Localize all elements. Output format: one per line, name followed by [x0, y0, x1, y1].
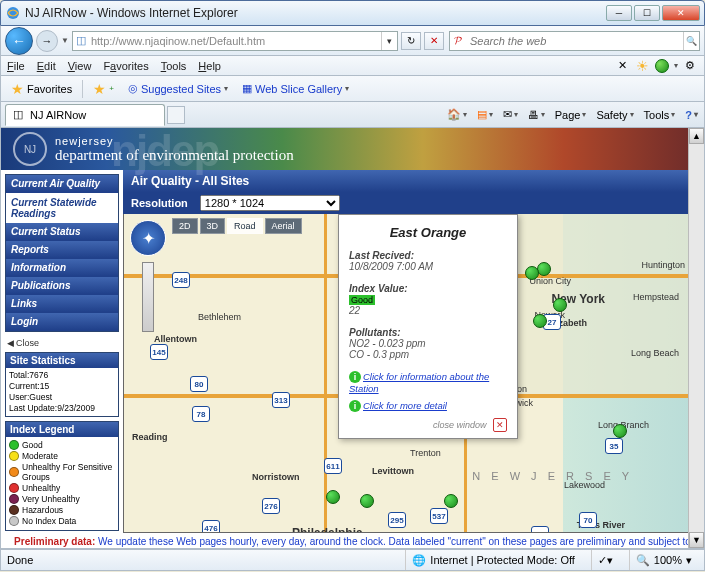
legend-label: Moderate: [22, 451, 58, 461]
home-button[interactable]: 🏠▾: [445, 107, 469, 122]
back-button[interactable]: ←: [5, 27, 33, 55]
tools-menu[interactable]: Tools▾: [642, 108, 678, 122]
shield-80: 80: [190, 376, 208, 392]
search-bar[interactable]: 𝓟 🔍: [449, 31, 700, 51]
nj-seal-icon: NJ: [13, 132, 47, 166]
legend-dot-icon: [9, 483, 19, 493]
map-pan-control[interactable]: [130, 220, 166, 256]
tab-active[interactable]: ◫ NJ AIRNow: [5, 104, 165, 126]
menu-file[interactable]: File: [7, 60, 25, 72]
page-menu[interactable]: Page▾: [553, 108, 589, 122]
history-dropdown[interactable]: ▼: [61, 36, 69, 45]
forward-button[interactable]: →: [36, 30, 58, 52]
stop-button[interactable]: ✕: [424, 32, 444, 50]
sidebar-close-link[interactable]: ◀ Close: [5, 336, 119, 352]
window-titlebar: NJ AIRNow - Windows Internet Explorer ─ …: [0, 0, 705, 26]
web-slice-link[interactable]: ▦ Web Slice Gallery ▾: [238, 80, 353, 97]
station-dot[interactable]: [444, 494, 458, 508]
popup-link-station-info[interactable]: Click for information about the Station: [349, 371, 489, 394]
vertical-scrollbar[interactable]: ▲ ▼: [688, 128, 704, 548]
label-nj: N E W J E R S E Y: [472, 470, 633, 482]
sidebar-item-current-air-quality[interactable]: Current Air Quality: [6, 175, 118, 193]
toolbar-icon-share[interactable]: ☀: [634, 58, 650, 74]
address-dropdown[interactable]: ▾: [381, 32, 397, 50]
sidebar-item-information[interactable]: Information: [6, 259, 118, 277]
tab-title: NJ AIRNow: [30, 109, 86, 121]
shield-248: 248: [172, 272, 190, 288]
legend-dot-icon: [9, 467, 19, 477]
page-icon: ◫: [73, 33, 89, 49]
toolbar-icon-green[interactable]: [654, 58, 670, 74]
sidebar-item-publications[interactable]: Publications: [6, 277, 118, 295]
sidebar-item-statewide-readings[interactable]: Current Statewide Readings: [6, 193, 118, 223]
search-input[interactable]: [466, 35, 683, 47]
sidebar-item-login[interactable]: Login: [6, 313, 118, 331]
station-dot[interactable]: [533, 314, 547, 328]
popup-index-label: Index Value:: [349, 283, 507, 294]
banner-watermark: njdep: [111, 128, 218, 176]
status-zone[interactable]: 🌐 Internet | Protected Mode: Off: [405, 550, 581, 570]
status-protected-toggle[interactable]: ✓▾: [591, 550, 619, 570]
mail-button[interactable]: ✉▾: [501, 107, 520, 122]
sidebar-item-current-status[interactable]: Current Status: [6, 223, 118, 241]
map-zoom-slider[interactable]: [142, 262, 154, 332]
new-tab-button[interactable]: [167, 106, 185, 124]
legend-dot-icon: [9, 505, 19, 515]
safety-menu[interactable]: Safety▾: [594, 108, 635, 122]
menu-tools[interactable]: Tools: [161, 60, 187, 72]
menu-help[interactable]: Help: [198, 60, 221, 72]
menu-edit[interactable]: Edit: [37, 60, 56, 72]
feeds-button[interactable]: ▤▾: [475, 107, 495, 122]
legend-row: Moderate: [9, 451, 115, 461]
print-button[interactable]: 🖶▾: [526, 108, 547, 122]
popup-close-text[interactable]: close window: [433, 420, 487, 430]
search-provider-icon[interactable]: 𝓟: [450, 33, 466, 49]
help-button[interactable]: ?▾: [683, 108, 700, 122]
station-dot[interactable]: [537, 262, 551, 276]
favorites-button[interactable]: ★Favorites: [7, 79, 76, 99]
popup-close-button[interactable]: ✕: [493, 418, 507, 432]
legend-dot-icon: [9, 516, 19, 526]
resolution-select[interactable]: 1280 * 1024: [200, 195, 340, 211]
station-dot[interactable]: [360, 494, 374, 508]
legend-label: Hazardous: [22, 505, 63, 515]
refresh-button[interactable]: ↻: [401, 32, 421, 50]
mode-aerial[interactable]: Aerial: [265, 218, 302, 234]
station-dot[interactable]: [525, 266, 539, 280]
popup-link-more-detail[interactable]: Click for more detail: [363, 400, 447, 411]
address-bar[interactable]: ◫ ▾: [72, 31, 398, 51]
minimize-button[interactable]: ─: [606, 5, 632, 21]
mode-road[interactable]: Road: [227, 218, 263, 234]
menu-view[interactable]: View: [68, 60, 92, 72]
sidebar-item-links[interactable]: Links: [6, 295, 118, 313]
station-dot[interactable]: [613, 424, 627, 438]
popup-title: East Orange: [349, 225, 507, 240]
legend-label: No Index Data: [22, 516, 76, 526]
shield-9: 9: [531, 526, 549, 533]
legend-header: Index Legend: [6, 422, 118, 437]
shield-537: 537: [430, 508, 448, 524]
label-norristown: Norristown: [252, 472, 300, 482]
legend-dot-icon: [9, 494, 19, 504]
station-dot[interactable]: [326, 490, 340, 504]
ie-icon: [5, 5, 21, 21]
mode-2d[interactable]: 2D: [172, 218, 198, 234]
add-favorite-button[interactable]: ★+: [89, 79, 118, 99]
suggested-sites-link[interactable]: ◎ Suggested Sites ▾: [124, 80, 232, 97]
main-panel: Air Quality - All Sites Resolution 1280 …: [123, 170, 704, 533]
popup-pollutant-2: CO - 0.3 ppm: [349, 349, 507, 360]
favorites-bar: ★Favorites ★+ ◎ Suggested Sites ▾ ▦ Web …: [0, 76, 705, 102]
close-button[interactable]: ✕: [662, 5, 700, 21]
address-input[interactable]: [89, 35, 381, 47]
menu-favorites[interactable]: Favorites: [103, 60, 148, 72]
toolbar-icon-1[interactable]: ✕: [614, 58, 630, 74]
sidebar-item-reports[interactable]: Reports: [6, 241, 118, 259]
status-zoom[interactable]: 🔍 100% ▾: [629, 550, 698, 570]
search-go[interactable]: 🔍: [683, 32, 699, 50]
map-container[interactable]: New York Philadelphia N E W J E R S E Y …: [123, 214, 704, 533]
station-dot[interactable]: [553, 298, 567, 312]
window-title: NJ AIRNow - Windows Internet Explorer: [25, 6, 606, 20]
maximize-button[interactable]: ☐: [634, 5, 660, 21]
mode-3d[interactable]: 3D: [200, 218, 226, 234]
toolbar-icon-gear[interactable]: ⚙: [682, 58, 698, 74]
